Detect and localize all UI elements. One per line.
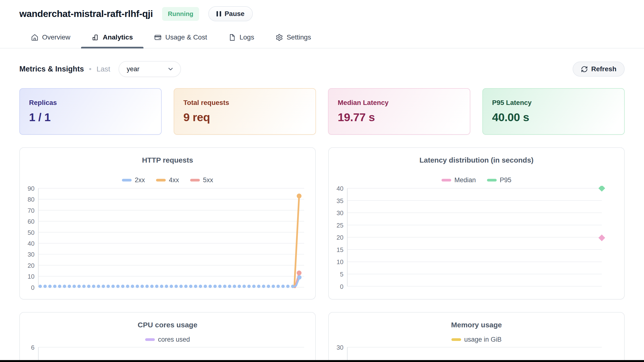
svg-text:10: 10: [336, 259, 344, 265]
gear-icon: [276, 34, 283, 41]
tab-settings-label: Settings: [287, 34, 311, 41]
chart-title: Memory usage: [329, 321, 624, 329]
stat-card-replicas: Replicas 1 / 1: [19, 88, 162, 135]
chart-legend: usage in GiB: [329, 336, 624, 343]
svg-text:20: 20: [336, 234, 344, 241]
legend-swatch: [487, 179, 497, 182]
chart-legend: MedianP95: [329, 176, 624, 184]
legend-label: 2xx: [135, 176, 145, 184]
legend-swatch: [190, 179, 200, 182]
tab-usage-cost[interactable]: Usage & Cost: [144, 32, 218, 48]
stat-card-total-requests: Total requests 9 req: [174, 88, 316, 135]
pause-button-label: Pause: [224, 10, 244, 18]
tab-analytics-label: Analytics: [103, 34, 133, 41]
svg-text:0: 0: [340, 283, 343, 290]
charts-grid-bottom: CPU cores usage cores used 6 Memory usag…: [19, 312, 625, 362]
memory-usage-chart: 30: [329, 345, 624, 362]
page-title: wanderchat-mistral-raft-rlhf-qji: [19, 9, 153, 19]
period-select-value: year: [127, 65, 140, 73]
pause-button[interactable]: Pause: [208, 6, 253, 21]
svg-text:40: 40: [336, 186, 344, 192]
tab-logs[interactable]: Logs: [218, 32, 265, 48]
page-header: wanderchat-mistral-raft-rlhf-qji Running…: [0, 0, 644, 21]
file-icon: [228, 34, 236, 41]
svg-text:30: 30: [28, 251, 34, 258]
legend-item-usage-in-gib[interactable]: usage in GiB: [452, 336, 502, 343]
legend-swatch: [156, 179, 166, 182]
legend-swatch: [442, 179, 451, 182]
legend-item-median[interactable]: Median: [442, 176, 476, 184]
svg-text:30: 30: [336, 345, 344, 351]
svg-text:35: 35: [336, 198, 344, 204]
tab-settings[interactable]: Settings: [265, 32, 322, 48]
tab-overview-label: Overview: [42, 34, 70, 41]
refresh-button[interactable]: Refresh: [573, 62, 625, 77]
legend-swatch: [122, 179, 132, 182]
stat-label: Median Latency: [338, 99, 460, 107]
tab-logs-label: Logs: [240, 34, 254, 41]
stat-card-median-latency: Median Latency 19.77 s: [328, 88, 470, 135]
legend-item-cores-used[interactable]: cores used: [145, 336, 190, 343]
tab-usage-cost-label: Usage & Cost: [165, 34, 207, 41]
svg-text:6: 6: [31, 345, 34, 351]
latency-distribution-chart-card: Latency distribution (in seconds) Median…: [328, 147, 625, 299]
legend-label: cores used: [158, 336, 190, 343]
credit-card-icon: [154, 34, 162, 41]
deployment-analytics-page: wanderchat-mistral-raft-rlhf-qji Running…: [0, 0, 644, 362]
stat-value: 1 / 1: [29, 110, 152, 124]
svg-text:80: 80: [28, 196, 34, 203]
svg-text:90: 90: [28, 186, 34, 192]
tab-bar: Overview Analytics Usage & Cost Logs: [0, 32, 644, 49]
svg-text:25: 25: [336, 222, 344, 229]
stat-value: 40.00 s: [492, 110, 615, 124]
metrics-toolbar: Metrics & Insights Last year Refresh: [19, 61, 625, 77]
stat-label: Replicas: [29, 99, 152, 107]
chart-legend: 2xx4xx5xx: [20, 176, 315, 184]
stat-label: Total requests: [184, 99, 306, 107]
period-label: Last: [96, 65, 110, 73]
bar-chart-icon: [92, 34, 99, 41]
chart-title: CPU cores usage: [20, 321, 315, 329]
period-select[interactable]: year: [118, 61, 181, 77]
legend-swatch: [145, 338, 155, 341]
memory-usage-chart-card: Memory usage usage in GiB 30: [328, 312, 625, 362]
svg-text:15: 15: [336, 246, 344, 253]
charts-grid-top: HTTP requests 2xx4xx5xx 0102030405060708…: [19, 147, 625, 299]
home-icon: [31, 34, 38, 41]
legend-item-p95[interactable]: P95: [487, 176, 512, 184]
http-requests-chart-card: HTTP requests 2xx4xx5xx 0102030405060708…: [19, 147, 316, 299]
status-badge: Running: [162, 7, 199, 21]
legend-label: 4xx: [169, 176, 179, 184]
tab-analytics[interactable]: Analytics: [81, 32, 144, 48]
stat-label: P95 Latency: [492, 99, 615, 107]
svg-text:50: 50: [28, 229, 34, 236]
legend-label: Median: [454, 176, 476, 184]
pause-icon: [216, 11, 221, 17]
svg-text:40: 40: [28, 240, 34, 247]
svg-text:60: 60: [28, 218, 34, 225]
stat-value: 19.77 s: [338, 110, 460, 124]
svg-text:5: 5: [340, 271, 343, 278]
legend-label: P95: [500, 176, 512, 184]
cpu-usage-chart-card: CPU cores usage cores used 6: [19, 312, 316, 362]
cpu-usage-chart: 6: [20, 345, 315, 362]
legend-item-4xx[interactable]: 4xx: [156, 176, 179, 184]
http-requests-chart: 0102030405060708090: [20, 186, 315, 299]
dot-separator: [89, 68, 91, 70]
stat-cards-row: Replicas 1 / 1 Total requests 9 req Medi…: [19, 88, 625, 135]
svg-text:30: 30: [336, 210, 344, 216]
chart-legend: cores used: [20, 336, 315, 343]
legend-item-2xx[interactable]: 2xx: [122, 176, 145, 184]
refresh-icon: [581, 66, 588, 73]
chart-title: HTTP requests: [20, 156, 315, 164]
stat-card-p95-latency: P95 Latency 40.00 s: [482, 88, 625, 135]
legend-swatch: [452, 338, 461, 341]
legend-item-5xx[interactable]: 5xx: [190, 176, 213, 184]
chart-title: Latency distribution (in seconds): [329, 156, 624, 164]
legend-label: usage in GiB: [464, 336, 502, 343]
stat-value: 9 req: [184, 110, 306, 124]
latency-distribution-chart: 0510152025303540: [329, 186, 624, 299]
svg-text:0: 0: [31, 284, 34, 291]
svg-text:10: 10: [28, 273, 34, 280]
tab-overview[interactable]: Overview: [20, 32, 81, 48]
